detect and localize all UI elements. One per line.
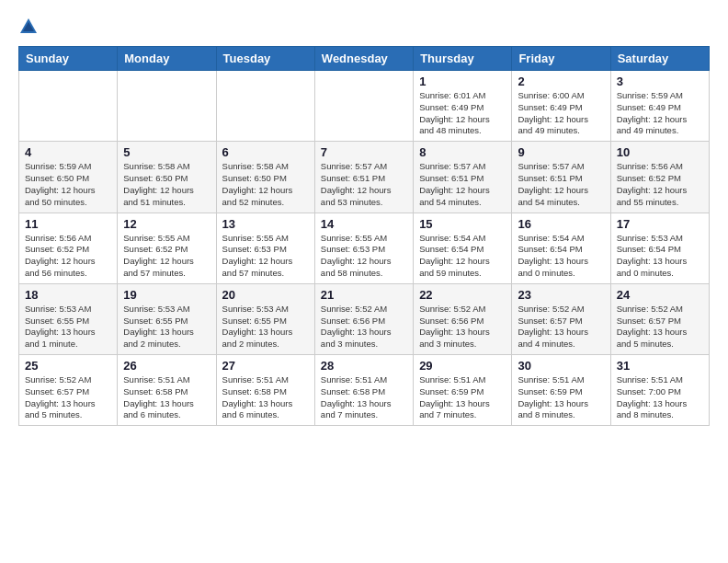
calendar-day-27: 27Sunrise: 5:51 AM Sunset: 6:58 PM Dayli…: [216, 355, 314, 426]
weekday-header-row: SundayMondayTuesdayWednesdayThursdayFrid…: [19, 47, 710, 71]
day-number: 8: [419, 145, 506, 159]
calendar-day-14: 14Sunrise: 5:55 AM Sunset: 6:53 PM Dayli…: [314, 213, 413, 283]
calendar-day-20: 20Sunrise: 5:53 AM Sunset: 6:55 PM Dayli…: [216, 283, 314, 354]
day-info: Sunrise: 5:57 AM Sunset: 6:51 PM Dayligh…: [518, 161, 604, 208]
day-info: Sunrise: 5:59 AM Sunset: 6:50 PM Dayligh…: [25, 161, 111, 208]
calendar-day-17: 17Sunrise: 5:53 AM Sunset: 6:54 PM Dayli…: [610, 213, 709, 283]
day-info: Sunrise: 5:53 AM Sunset: 6:54 PM Dayligh…: [617, 233, 703, 280]
day-number: 17: [617, 217, 703, 231]
day-info: Sunrise: 5:51 AM Sunset: 6:59 PM Dayligh…: [518, 374, 604, 421]
day-number: 16: [518, 217, 604, 231]
day-number: 3: [617, 75, 703, 88]
day-number: 9: [518, 145, 604, 159]
day-number: 1: [419, 75, 506, 88]
calendar-day-9: 9Sunrise: 5:57 AM Sunset: 6:51 PM Daylig…: [512, 142, 610, 213]
day-info: Sunrise: 5:52 AM Sunset: 6:56 PM Dayligh…: [419, 304, 506, 350]
weekday-header-wednesday: Wednesday: [314, 47, 413, 71]
day-info: Sunrise: 5:51 AM Sunset: 7:00 PM Dayligh…: [617, 374, 703, 421]
day-info: Sunrise: 5:52 AM Sunset: 6:57 PM Dayligh…: [518, 304, 604, 350]
day-info: Sunrise: 5:57 AM Sunset: 6:51 PM Dayligh…: [419, 161, 506, 208]
day-info: Sunrise: 5:57 AM Sunset: 6:51 PM Dayligh…: [321, 161, 407, 208]
day-number: 14: [321, 217, 407, 231]
day-info: Sunrise: 5:51 AM Sunset: 6:59 PM Dayligh…: [419, 374, 506, 421]
day-number: 13: [222, 217, 309, 231]
calendar-day-16: 16Sunrise: 5:54 AM Sunset: 6:54 PM Dayli…: [512, 213, 610, 283]
calendar-week-row: 1Sunrise: 6:01 AM Sunset: 6:49 PM Daylig…: [19, 71, 710, 142]
calendar-day-15: 15Sunrise: 5:54 AM Sunset: 6:54 PM Dayli…: [414, 213, 512, 283]
day-info: Sunrise: 5:52 AM Sunset: 6:57 PM Dayligh…: [617, 304, 703, 350]
calendar-day-30: 30Sunrise: 5:51 AM Sunset: 6:59 PM Dayli…: [512, 355, 610, 426]
day-info: Sunrise: 5:58 AM Sunset: 6:50 PM Dayligh…: [123, 161, 210, 208]
calendar-day-18: 18Sunrise: 5:53 AM Sunset: 6:55 PM Dayli…: [19, 283, 118, 354]
calendar-day-29: 29Sunrise: 5:51 AM Sunset: 6:59 PM Dayli…: [414, 355, 512, 426]
weekday-header-friday: Friday: [512, 47, 610, 71]
calendar-day-7: 7Sunrise: 5:57 AM Sunset: 6:51 PM Daylig…: [314, 142, 413, 213]
calendar-day-8: 8Sunrise: 5:57 AM Sunset: 6:51 PM Daylig…: [414, 142, 512, 213]
day-number: 4: [25, 145, 111, 159]
day-info: Sunrise: 6:01 AM Sunset: 6:49 PM Dayligh…: [419, 90, 506, 137]
day-info: Sunrise: 5:53 AM Sunset: 6:55 PM Dayligh…: [123, 304, 210, 350]
weekday-header-sunday: Sunday: [19, 47, 118, 71]
calendar-day-21: 21Sunrise: 5:52 AM Sunset: 6:56 PM Dayli…: [314, 283, 413, 354]
day-number: 10: [617, 145, 703, 159]
day-number: 19: [123, 288, 210, 302]
day-number: 22: [419, 288, 506, 302]
calendar-day-22: 22Sunrise: 5:52 AM Sunset: 6:56 PM Dayli…: [414, 283, 512, 354]
calendar-day-23: 23Sunrise: 5:52 AM Sunset: 6:57 PM Dayli…: [512, 283, 610, 354]
day-number: 12: [123, 217, 210, 231]
calendar-week-row: 4Sunrise: 5:59 AM Sunset: 6:50 PM Daylig…: [19, 142, 710, 213]
day-info: Sunrise: 5:55 AM Sunset: 6:53 PM Dayligh…: [321, 233, 407, 280]
day-number: 24: [617, 288, 703, 302]
header: [18, 17, 710, 37]
logo: [18, 17, 42, 37]
day-info: Sunrise: 5:58 AM Sunset: 6:50 PM Dayligh…: [222, 161, 309, 208]
day-info: Sunrise: 5:55 AM Sunset: 6:53 PM Dayligh…: [222, 233, 309, 280]
calendar-week-row: 25Sunrise: 5:52 AM Sunset: 6:57 PM Dayli…: [19, 355, 710, 426]
day-number: 15: [419, 217, 506, 231]
day-info: Sunrise: 5:51 AM Sunset: 6:58 PM Dayligh…: [321, 374, 407, 421]
day-number: 7: [321, 145, 407, 159]
day-info: Sunrise: 5:53 AM Sunset: 6:55 PM Dayligh…: [25, 304, 111, 350]
day-number: 29: [419, 359, 506, 373]
calendar-day-4: 4Sunrise: 5:59 AM Sunset: 6:50 PM Daylig…: [19, 142, 118, 213]
day-info: Sunrise: 5:53 AM Sunset: 6:55 PM Dayligh…: [222, 304, 309, 350]
logo-icon: [18, 17, 39, 37]
weekday-header-monday: Monday: [118, 47, 216, 71]
calendar-day-1: 1Sunrise: 6:01 AM Sunset: 6:49 PM Daylig…: [414, 71, 512, 142]
day-info: Sunrise: 5:52 AM Sunset: 6:57 PM Dayligh…: [25, 374, 111, 421]
day-number: 21: [321, 288, 407, 302]
calendar-day-12: 12Sunrise: 5:55 AM Sunset: 6:52 PM Dayli…: [118, 213, 216, 283]
day-info: Sunrise: 5:56 AM Sunset: 6:52 PM Dayligh…: [25, 233, 111, 280]
day-number: 28: [321, 359, 407, 373]
day-number: 30: [518, 359, 604, 373]
day-number: 11: [25, 217, 111, 231]
calendar-empty-cell: [118, 71, 216, 142]
calendar-day-26: 26Sunrise: 5:51 AM Sunset: 6:58 PM Dayli…: [118, 355, 216, 426]
calendar-day-11: 11Sunrise: 5:56 AM Sunset: 6:52 PM Dayli…: [19, 213, 118, 283]
calendar-day-28: 28Sunrise: 5:51 AM Sunset: 6:58 PM Dayli…: [314, 355, 413, 426]
calendar-day-31: 31Sunrise: 5:51 AM Sunset: 7:00 PM Dayli…: [610, 355, 709, 426]
day-number: 27: [222, 359, 309, 373]
day-number: 23: [518, 288, 604, 302]
calendar-day-3: 3Sunrise: 5:59 AM Sunset: 6:49 PM Daylig…: [610, 71, 709, 142]
day-number: 31: [617, 359, 703, 373]
day-info: Sunrise: 5:56 AM Sunset: 6:52 PM Dayligh…: [617, 161, 703, 208]
day-info: Sunrise: 5:51 AM Sunset: 6:58 PM Dayligh…: [222, 374, 309, 421]
calendar-day-13: 13Sunrise: 5:55 AM Sunset: 6:53 PM Dayli…: [216, 213, 314, 283]
calendar-day-2: 2Sunrise: 6:00 AM Sunset: 6:49 PM Daylig…: [512, 71, 610, 142]
day-info: Sunrise: 6:00 AM Sunset: 6:49 PM Dayligh…: [518, 90, 604, 137]
day-number: 18: [25, 288, 111, 302]
calendar-empty-cell: [19, 71, 118, 142]
day-number: 5: [123, 145, 210, 159]
page: SundayMondayTuesdayWednesdayThursdayFrid…: [0, 0, 728, 442]
calendar-day-25: 25Sunrise: 5:52 AM Sunset: 6:57 PM Dayli…: [19, 355, 118, 426]
calendar-table: SundayMondayTuesdayWednesdayThursdayFrid…: [18, 46, 710, 426]
calendar-day-5: 5Sunrise: 5:58 AM Sunset: 6:50 PM Daylig…: [118, 142, 216, 213]
day-info: Sunrise: 5:52 AM Sunset: 6:56 PM Dayligh…: [321, 304, 407, 350]
weekday-header-tuesday: Tuesday: [216, 47, 314, 71]
day-info: Sunrise: 5:55 AM Sunset: 6:52 PM Dayligh…: [123, 233, 210, 280]
day-info: Sunrise: 5:59 AM Sunset: 6:49 PM Dayligh…: [617, 90, 703, 137]
day-info: Sunrise: 5:54 AM Sunset: 6:54 PM Dayligh…: [518, 233, 604, 280]
calendar-day-19: 19Sunrise: 5:53 AM Sunset: 6:55 PM Dayli…: [118, 283, 216, 354]
weekday-header-saturday: Saturday: [610, 47, 709, 71]
